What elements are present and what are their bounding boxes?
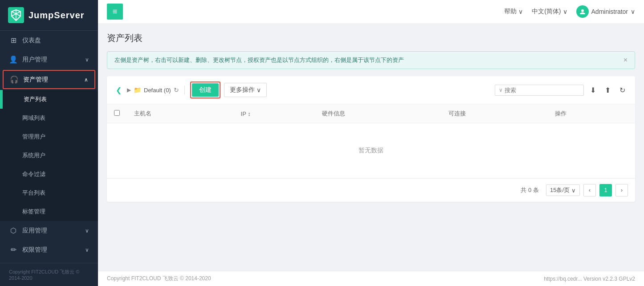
th-hostname: 主机名: [127, 104, 234, 123]
perm-mgmt-icon: ✏: [9, 245, 18, 254]
table-empty-row: 暂无数据: [107, 123, 635, 178]
page-1-button[interactable]: 1: [599, 184, 612, 196]
th-checkbox: [107, 104, 127, 123]
sidebar-item-admin-user[interactable]: 管理用户: [0, 127, 98, 146]
asset-sub-nav: 资产列表 网域列表 管理用户 系统用户 命令过滤 平台列表 标签: [0, 90, 98, 221]
sidebar-item-asset-list[interactable]: 资产列表: [0, 90, 98, 109]
menu-icon: ≡: [113, 7, 118, 16]
info-banner: 左侧是资产树，右击可以新建、删除、更改树节点，授权资产也是以节点方式组织的，右侧…: [107, 51, 635, 69]
page-title: 资产列表: [107, 32, 635, 44]
user-avatar: [576, 5, 589, 18]
search-dropdown-icon[interactable]: ∨: [499, 87, 503, 93]
asset-mgmt-icon: 🎧: [10, 75, 19, 84]
sidebar-item-tag-mgmt[interactable]: 标签管理: [0, 202, 98, 221]
sidebar-item-dashboard[interactable]: ⊞ 仪表盘: [0, 31, 98, 50]
sidebar-item-app-mgmt[interactable]: ⬡ 应用管理 ∨: [0, 221, 98, 240]
info-banner-close[interactable]: ×: [624, 56, 628, 64]
table-container: 主机名 IP ↕ 硬件信息 可连接: [107, 104, 635, 178]
page-size-label: 15条/页: [550, 186, 570, 194]
sidebar-item-system-user[interactable]: 系统用户: [0, 146, 98, 165]
tree-section: ▶ 📁 Default (0) ↻: [127, 86, 179, 94]
tree-refresh-icon[interactable]: ↻: [174, 86, 179, 94]
sidebar-item-perm-mgmt[interactable]: ✏ 权限管理 ∨: [0, 240, 98, 259]
app-footer: Copyright FIT2CLOUD 飞致云 © 2014-2020 http…: [98, 271, 644, 286]
main-content: 资产列表 左侧是资产树，右击可以新建、删除、更改树节点，授权资产也是以节点方式组…: [98, 23, 644, 271]
topbar: ≡ 帮助 ∨ 中文(简体) ∨ Administrator ∨: [98, 0, 644, 23]
help-arrow-icon: ∨: [518, 8, 523, 15]
sidebar-label-user-mgmt: 用户管理: [22, 56, 85, 64]
menu-toggle-button[interactable]: ≡: [107, 4, 123, 20]
user-mgmt-icon: 👤: [9, 55, 18, 64]
user-arrow-icon: ∨: [631, 8, 635, 15]
sidebar-label-perm-mgmt: 权限管理: [22, 246, 85, 254]
user-mgmt-arrow: ∨: [85, 57, 89, 63]
footer-version: https://bq.cedr... Version v2.2.3 GPLv2: [544, 276, 635, 282]
footer-link: https://bq.cedr...: [544, 276, 582, 282]
asset-table: 主机名 IP ↕ 硬件信息 可连接: [107, 104, 635, 178]
search-input[interactable]: [505, 87, 580, 94]
th-ip: IP ↕: [234, 104, 315, 123]
pagination-total: 共 0 条: [521, 186, 538, 194]
select-all-checkbox[interactable]: [114, 110, 120, 116]
language-menu[interactable]: 中文(简体) ∨: [532, 8, 567, 16]
refresh-table-button[interactable]: ↻: [617, 84, 628, 96]
footer-copyright: Copyright FIT2CLOUD 飞致云 © 2014-2020: [107, 275, 211, 282]
th-hardware: 硬件信息: [315, 104, 441, 123]
sidebar-nav: ⊞ 仪表盘 👤 用户管理 ∨ 🎧 资产管理 ∧ 资产列表: [0, 31, 98, 263]
page-size-arrow-icon: ∨: [571, 187, 576, 194]
dashboard-icon: ⊞: [9, 36, 18, 45]
toolbar-separator: [184, 86, 185, 94]
language-arrow-icon: ∨: [563, 8, 567, 15]
sidebar-footer: Copyright FIT2CLOUD 飞致云 © 2014-2020: [0, 263, 98, 286]
sidebar-item-cmd-filter[interactable]: 命令过滤: [0, 165, 98, 184]
tree-expand-icon[interactable]: ▶: [127, 87, 131, 93]
content-card: ❮ ▶ 📁 Default (0) ↻ 创建 更多操作 ∨: [107, 76, 635, 202]
sidebar-label-asset-mgmt: 资产管理: [23, 76, 84, 84]
prev-page-button[interactable]: ‹: [583, 184, 596, 196]
pagination: 共 0 条 15条/页 ∨ ‹ 1 ›: [107, 178, 635, 202]
sidebar-item-asset-mgmt[interactable]: 🎧 资产管理 ∧: [4, 71, 94, 88]
table-header-row: 主机名 IP ↕ 硬件信息 可连接: [107, 104, 635, 123]
folder-icon: 📁: [134, 86, 141, 94]
more-actions-button[interactable]: 更多操作 ∨: [224, 83, 267, 97]
upload-button[interactable]: ⬆: [602, 84, 613, 96]
sidebar-item-session-mgmt[interactable]: ➤ 会话管理 ∨: [0, 259, 98, 263]
page-size-select[interactable]: 15条/页 ∨: [546, 184, 580, 196]
asset-mgmt-arrow: ∧: [84, 77, 88, 83]
sidebar-item-network-list[interactable]: 网域列表: [0, 109, 98, 127]
refresh-icon: ↻: [620, 86, 625, 94]
logo-text: JumpServer: [29, 10, 85, 20]
sidebar-copyright: Copyright FIT2CLOUD 飞致云 © 2014-2020: [9, 269, 79, 281]
sidebar-label-asset-list: 资产列表: [24, 95, 89, 103]
sidebar-label-system-user: 系统用户: [22, 151, 89, 159]
sidebar-item-platform-list[interactable]: 平台列表: [0, 184, 98, 202]
user-label: Administrator: [591, 8, 628, 15]
topbar-left: ≡: [107, 4, 123, 20]
th-action: 操作: [548, 104, 635, 123]
download-button[interactable]: ⬇: [587, 84, 599, 96]
help-label: 帮助: [504, 8, 517, 16]
info-banner-text: 左侧是资产树，右击可以新建、删除、更改树节点，授权资产也是以节点方式组织的，右侧…: [114, 56, 404, 64]
more-actions-label: 更多操作: [230, 86, 255, 94]
sidebar-label-dashboard: 仪表盘: [22, 37, 89, 45]
app-mgmt-icon: ⬡: [9, 226, 18, 235]
sidebar-collapse-button[interactable]: ❮: [114, 84, 123, 96]
empty-state-text: 暂无数据: [359, 147, 383, 154]
sidebar-logo: JumpServer: [0, 0, 98, 31]
language-label: 中文(简体): [532, 8, 561, 16]
create-button[interactable]: 创建: [192, 83, 219, 97]
sidebar-label-network-list: 网域列表: [22, 114, 89, 122]
sidebar-label-admin-user: 管理用户: [22, 133, 89, 141]
perm-mgmt-arrow: ∨: [85, 247, 89, 253]
help-menu[interactable]: 帮助 ∨: [504, 8, 523, 16]
th-connectable: 可连接: [441, 104, 548, 123]
upload-icon: ⬆: [605, 86, 611, 94]
user-menu[interactable]: Administrator ∨: [576, 5, 635, 18]
more-actions-arrow-icon: ∨: [257, 86, 261, 94]
card-toolbar: ❮ ▶ 📁 Default (0) ↻ 创建 更多操作 ∨: [107, 76, 635, 104]
topbar-right: 帮助 ∨ 中文(简体) ∨ Administrator ∨: [504, 5, 635, 18]
sidebar-label-tag-mgmt: 标签管理: [22, 208, 89, 216]
next-page-button[interactable]: ›: [615, 184, 628, 196]
create-btn-wrapper: 创建: [190, 82, 220, 98]
sidebar-item-user-mgmt[interactable]: 👤 用户管理 ∨: [0, 50, 98, 69]
